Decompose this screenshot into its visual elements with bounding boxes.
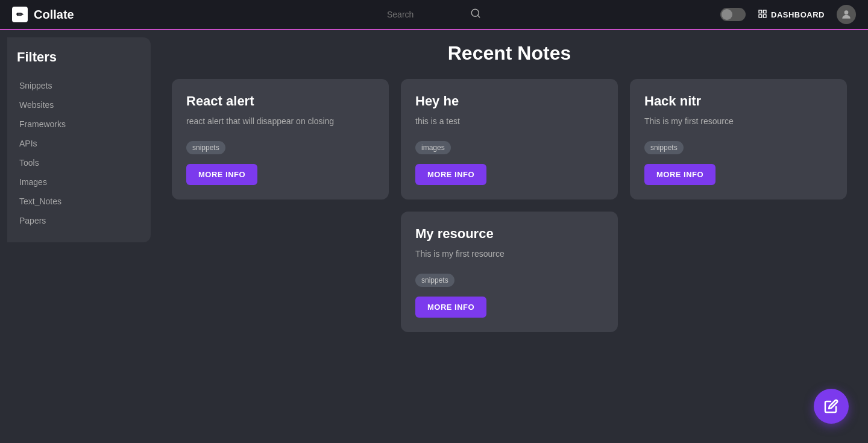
sidebar-item-apis[interactable]: APIs — [17, 134, 141, 153]
main-layout: Filters Snippets Websites Frameworks API… — [0, 30, 868, 443]
sidebar-item-text-notes[interactable]: Text_Notes — [17, 192, 141, 211]
svg-line-1 — [477, 15, 479, 17]
svg-rect-5 — [763, 14, 766, 17]
more-info-button-1[interactable]: MORE INFO — [186, 164, 257, 185]
card-hey-he: Hey he this is a test images MORE INFO — [401, 79, 618, 200]
svg-rect-4 — [759, 14, 762, 17]
more-info-button-2[interactable]: MORE INFO — [415, 164, 486, 185]
app-name: Collate — [34, 8, 74, 22]
navbar-right: DASHBOARD — [720, 5, 856, 24]
card-description: This is my first resource — [415, 249, 603, 266]
cards-row-1: React alert react alert that will disapp… — [169, 79, 850, 200]
search-input[interactable] — [387, 10, 465, 19]
page-title: Recent Notes — [169, 42, 850, 64]
card-title: React alert — [186, 93, 374, 109]
sidebar: Filters Snippets Websites Frameworks API… — [7, 37, 151, 242]
user-avatar[interactable] — [837, 5, 856, 24]
dashboard-label: DASHBOARD — [771, 10, 825, 19]
app-logo[interactable]: ✏ Collate — [12, 7, 74, 22]
theme-toggle[interactable] — [720, 8, 746, 21]
navbar: ✏ Collate DASHBOARD — [0, 0, 868, 30]
sidebar-item-websites[interactable]: Websites — [17, 95, 141, 115]
sidebar-item-tools[interactable]: Tools — [17, 153, 141, 172]
logo-icon: ✏ — [12, 7, 28, 22]
card-title: Hack nitr — [644, 93, 832, 109]
search-bar[interactable] — [387, 8, 481, 22]
card-tag: snippets — [415, 274, 454, 287]
sidebar-item-papers[interactable]: Papers — [17, 211, 141, 230]
more-info-button-4[interactable]: MORE INFO — [415, 297, 486, 318]
card-hack-nitr: Hack nitr This is my first resource snip… — [630, 79, 847, 200]
main-content: Recent Notes React alert react alert tha… — [151, 30, 868, 443]
more-info-button-3[interactable]: MORE INFO — [644, 164, 715, 185]
card-description: react alert that will disappear on closi… — [186, 116, 374, 134]
card-title: My resource — [415, 226, 603, 242]
dashboard-icon — [758, 9, 767, 20]
fab-create-button[interactable] — [814, 389, 849, 424]
sidebar-item-snippets[interactable]: Snippets — [17, 76, 141, 95]
search-icon[interactable] — [470, 8, 481, 22]
card-tag: images — [415, 141, 451, 154]
card-tag: snippets — [186, 141, 225, 154]
svg-point-6 — [844, 10, 849, 14]
sidebar-item-images[interactable]: Images — [17, 172, 141, 192]
dashboard-link[interactable]: DASHBOARD — [758, 9, 825, 20]
card-title: Hey he — [415, 93, 603, 109]
card-tag: snippets — [644, 141, 684, 154]
cards-row-2: My resource This is my first resource sn… — [169, 212, 850, 332]
card-react-alert: React alert react alert that will disapp… — [172, 79, 389, 200]
card-description: This is my first resource — [644, 116, 832, 134]
card-my-resource: My resource This is my first resource sn… — [401, 212, 618, 332]
sidebar-item-frameworks[interactable]: Frameworks — [17, 115, 141, 134]
sidebar-title: Filters — [17, 49, 141, 65]
svg-rect-2 — [759, 10, 762, 13]
card-description: this is a test — [415, 116, 603, 134]
svg-rect-3 — [763, 10, 766, 13]
